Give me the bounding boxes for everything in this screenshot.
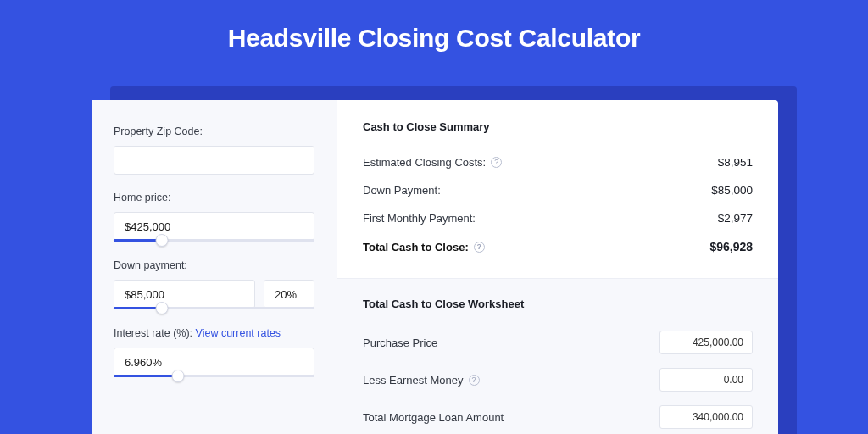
worksheet-input[interactable] xyxy=(659,405,753,429)
home-price-label: Home price: xyxy=(114,192,314,203)
summary-total-value: $96,928 xyxy=(709,240,753,253)
help-icon[interactable]: ? xyxy=(469,375,480,386)
summary-row-closing-costs: Estimated Closing Costs: ? $8,951 xyxy=(363,148,753,176)
worksheet-row-purchase-price: Purchase Price xyxy=(363,324,753,361)
slider-fill xyxy=(114,307,162,309)
home-price-slider[interactable] xyxy=(114,239,314,242)
summary-row-first-monthly: First Monthly Payment: $2,977 xyxy=(363,204,753,232)
zip-label: Property Zip Code: xyxy=(114,125,314,137)
field-zip: Property Zip Code: xyxy=(114,125,314,175)
interest-rate-label: Interest rate (%): View current rates xyxy=(114,327,314,339)
slider-thumb[interactable] xyxy=(171,370,184,382)
worksheet-input[interactable] xyxy=(659,331,753,354)
summary-value: $2,977 xyxy=(718,212,753,225)
down-payment-input[interactable] xyxy=(114,280,255,309)
summary-title: Cash to Close Summary xyxy=(363,120,753,133)
home-price-input[interactable] xyxy=(114,212,314,241)
inputs-panel: Property Zip Code: Home price: Down paym… xyxy=(92,100,337,434)
slider-fill xyxy=(114,375,178,377)
results-panel: Cash to Close Summary Estimated Closing … xyxy=(337,100,778,434)
summary-section: Cash to Close Summary Estimated Closing … xyxy=(337,100,778,279)
worksheet-section: Total Cash to Close Worksheet Purchase P… xyxy=(337,279,778,434)
down-payment-slider[interactable] xyxy=(114,307,314,310)
worksheet-title: Total Cash to Close Worksheet xyxy=(363,298,753,310)
interest-rate-slider[interactable] xyxy=(114,375,314,378)
field-home-price: Home price: xyxy=(114,192,314,242)
calculator-card: Property Zip Code: Home price: Down paym… xyxy=(92,100,778,434)
down-payment-pct-input[interactable] xyxy=(264,280,314,309)
help-icon[interactable]: ? xyxy=(474,242,485,253)
interest-rate-label-text: Interest rate (%): xyxy=(114,327,192,339)
summary-label: Estimated Closing Costs: xyxy=(363,156,486,169)
summary-value: $85,000 xyxy=(711,184,753,197)
view-rates-link[interactable]: View current rates xyxy=(196,327,281,339)
slider-fill xyxy=(114,239,162,242)
down-payment-label: Down payment: xyxy=(114,259,314,271)
summary-total-label: Total Cash to Close: xyxy=(363,241,469,253)
summary-label: First Monthly Payment: xyxy=(363,212,476,225)
page-title: Headsville Closing Cost Calculator xyxy=(0,0,868,75)
worksheet-row-earnest-money: Less Earnest Money ? xyxy=(363,361,753,398)
interest-rate-input[interactable] xyxy=(114,348,314,376)
summary-row-total: Total Cash to Close: ? $96,928 xyxy=(363,232,753,261)
summary-value: $8,951 xyxy=(718,156,753,169)
worksheet-input[interactable] xyxy=(659,368,753,392)
worksheet-row-loan-amount: Total Mortgage Loan Amount xyxy=(363,398,753,434)
field-down-payment: Down payment: xyxy=(114,259,314,310)
help-icon[interactable]: ? xyxy=(491,157,502,168)
zip-input[interactable] xyxy=(114,146,314,175)
summary-label: Down Payment: xyxy=(363,184,441,197)
worksheet-label: Total Mortgage Loan Amount xyxy=(363,411,504,424)
summary-row-down-payment: Down Payment: $85,000 xyxy=(363,176,753,204)
worksheet-label: Less Earnest Money xyxy=(363,374,464,387)
field-interest-rate: Interest rate (%): View current rates xyxy=(114,327,314,378)
worksheet-label: Purchase Price xyxy=(363,337,437,349)
slider-thumb[interactable] xyxy=(155,234,168,247)
slider-thumb[interactable] xyxy=(155,302,168,314)
